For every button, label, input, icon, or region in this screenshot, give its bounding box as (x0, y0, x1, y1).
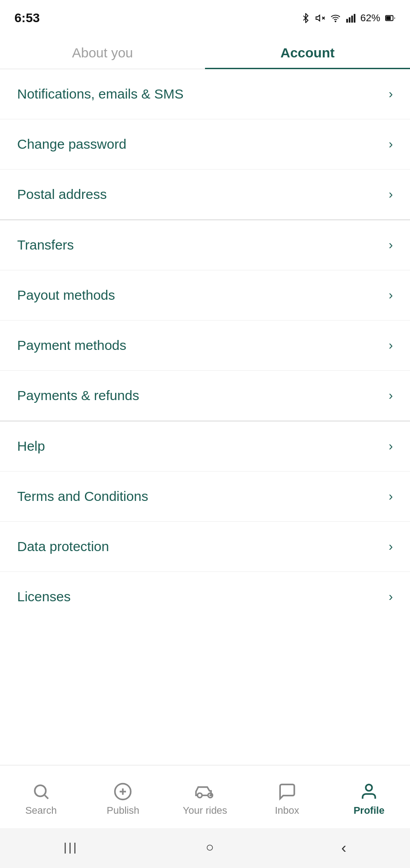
svg-rect-6 (351, 16, 353, 23)
menu-item-payments-refunds[interactable]: Payments & refunds › (0, 371, 410, 421)
recent-apps-button[interactable]: ||| (64, 840, 78, 854)
plus-circle-icon (113, 782, 132, 801)
chevron-right-icon: › (389, 187, 393, 202)
menu-item-licenses[interactable]: Licenses › (0, 572, 410, 622)
nav-inbox[interactable]: Inbox (246, 774, 328, 824)
chevron-right-icon: › (389, 388, 393, 403)
chevron-right-icon: › (389, 87, 393, 101)
status-time: 6:53 (14, 11, 40, 25)
svg-point-3 (335, 21, 336, 22)
nav-publish[interactable]: Publish (82, 774, 164, 824)
svg-point-16 (197, 793, 202, 797)
svg-rect-4 (346, 19, 348, 23)
wifi-icon (330, 13, 341, 23)
status-bar: 6:53 62% (0, 0, 410, 33)
back-button[interactable]: ‹ (341, 839, 346, 856)
menu-item-change-password[interactable]: Change password › (0, 119, 410, 170)
svg-point-18 (366, 784, 372, 791)
mute-icon (315, 13, 325, 23)
menu-item-transfers[interactable]: Transfers › (0, 220, 410, 270)
chevron-right-icon: › (389, 137, 393, 151)
nav-search[interactable]: Search (0, 774, 82, 824)
bluetooth-icon (301, 13, 311, 23)
bottom-nav: Search Publish Your rides Inbox Pr (0, 765, 410, 828)
svg-line-12 (45, 795, 48, 799)
svg-rect-5 (349, 17, 350, 23)
nav-profile[interactable]: Profile (328, 774, 410, 824)
chevron-right-icon: › (389, 489, 393, 504)
menu-item-postal-address[interactable]: Postal address › (0, 170, 410, 220)
rides-icon (194, 782, 216, 801)
chevron-right-icon: › (389, 238, 393, 252)
menu-section: Notifications, emails & SMS › Change pas… (0, 69, 410, 765)
menu-item-data-protection[interactable]: Data protection › (0, 522, 410, 572)
chat-icon (278, 782, 297, 801)
battery-icon (385, 13, 396, 23)
home-button[interactable]: ○ (205, 840, 214, 855)
chevron-right-icon: › (389, 439, 393, 453)
status-icons: 62% (301, 12, 396, 24)
svg-marker-0 (316, 15, 320, 21)
menu-item-payment-methods[interactable]: Payment methods › (0, 321, 410, 371)
nav-your-rides[interactable]: Your rides (164, 774, 246, 824)
menu-item-payout-methods[interactable]: Payout methods › (0, 270, 410, 321)
chevron-right-icon: › (389, 539, 393, 554)
chevron-right-icon: › (389, 590, 393, 604)
svg-rect-7 (354, 14, 355, 23)
person-icon (359, 782, 378, 801)
chevron-right-icon: › (389, 288, 393, 302)
tab-account[interactable]: Account (205, 33, 410, 69)
menu-item-notifications[interactable]: Notifications, emails & SMS › (0, 69, 410, 119)
menu-item-help[interactable]: Help › (0, 421, 410, 472)
tab-bar: About you Account (0, 33, 410, 69)
search-icon (32, 782, 51, 801)
tab-about-you[interactable]: About you (0, 33, 205, 69)
svg-rect-10 (386, 16, 391, 20)
system-nav: ||| ○ ‹ (0, 828, 410, 868)
chevron-right-icon: › (389, 338, 393, 353)
svg-point-11 (35, 785, 46, 797)
menu-item-terms-conditions[interactable]: Terms and Conditions › (0, 472, 410, 522)
signal-icon (346, 13, 356, 23)
battery-text: 62% (360, 12, 380, 24)
